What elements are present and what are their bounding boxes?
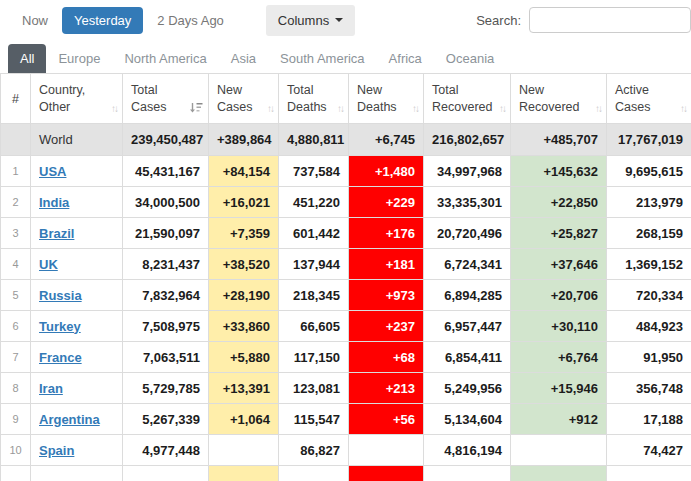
region-tab-south-america[interactable]: South America [268, 44, 377, 73]
country-link[interactable]: France [39, 350, 82, 365]
sort-icon: ↑↓ [497, 103, 505, 114]
table-row: 1USA45,431,167+84,154737,584+1,48034,997… [1, 156, 691, 187]
cell-new-recovered [511, 435, 607, 466]
cell-new-deaths: +181 [349, 249, 424, 280]
region-tab-europe[interactable]: Europe [46, 44, 112, 73]
cell-new-cases [209, 466, 279, 481]
caret-down-icon [335, 18, 343, 22]
cell-country: USA [31, 156, 123, 187]
sort-icon: ↑↓ [265, 103, 273, 114]
country-link[interactable]: Argentina [39, 412, 100, 427]
cell-total-deaths: 737,584 [279, 156, 349, 187]
cell-country: India [31, 187, 123, 218]
column-header-total-deaths[interactable]: Total Deaths↑↓ [279, 74, 349, 124]
column-header-country-other[interactable]: Country, Other↑↓ [31, 74, 123, 124]
country-link[interactable]: Iran [39, 381, 63, 396]
cell-country [31, 466, 123, 481]
cell-new-recovered: +6,764 [511, 342, 607, 373]
search-input[interactable] [529, 7, 691, 33]
column-header-rank[interactable]: # [1, 74, 31, 124]
cell-total-recovered: 216,802,657 [424, 124, 511, 156]
cell-new-deaths: +237 [349, 311, 424, 342]
column-header-total-recovered[interactable]: Total Recovered↑↓ [424, 74, 511, 124]
cell-new-recovered: +145,632 [511, 156, 607, 187]
column-header-active-cases[interactable]: Active Cases↑↓ [607, 74, 691, 124]
cell-new-deaths: +56 [349, 404, 424, 435]
cell-active-cases: 356,748 [607, 373, 691, 404]
region-tab-north-america[interactable]: North America [112, 44, 218, 73]
cell-new-recovered: +912 [511, 404, 607, 435]
country-link[interactable]: Spain [39, 443, 74, 458]
covid-stats-table: #Country, Other↑↓Total CasesNew Cases↑↓T… [0, 73, 691, 481]
time-range-tabs: NowYesterday2 Days Ago [10, 7, 236, 34]
cell-active-cases: 213,979 [607, 187, 691, 218]
region-tab-all[interactable]: All [8, 44, 46, 73]
time-tab-now[interactable]: Now [10, 7, 60, 34]
cell-new-recovered: +25,827 [511, 218, 607, 249]
cell-country: Turkey [31, 311, 123, 342]
table-row: 10Spain4,977,44886,8274,816,19474,427 [1, 435, 691, 466]
sort-icon: ↑↓ [593, 103, 601, 114]
cell-new-recovered: +15,946 [511, 373, 607, 404]
cell-new-deaths [349, 466, 424, 481]
cell-rank: 5 [1, 280, 31, 311]
cell-rank: 3 [1, 218, 31, 249]
column-header-new-recovered[interactable]: New Recovered↑↓ [511, 74, 607, 124]
country-link[interactable]: USA [39, 164, 66, 179]
cell-new-recovered: +485,707 [511, 124, 607, 156]
column-header-label: Active Cases [615, 82, 678, 116]
region-tab-asia[interactable]: Asia [219, 44, 268, 73]
cell-total-deaths: 115,547 [279, 404, 349, 435]
cell-active-cases: 17,767,019 [607, 124, 691, 156]
cell-total-cases: 7,508,975 [123, 311, 209, 342]
cell-new-cases: +33,860 [209, 311, 279, 342]
region-tabs: AllEuropeNorth AmericaAsiaSouth AmericaA… [0, 40, 691, 73]
cell-new-cases: +16,021 [209, 187, 279, 218]
cell-rank: 7 [1, 342, 31, 373]
cell-total-recovered: 33,335,301 [424, 187, 511, 218]
country-link[interactable]: Russia [39, 288, 82, 303]
region-tab-africa[interactable]: Africa [377, 44, 434, 73]
cell-active-cases [607, 466, 691, 481]
cell-new-cases: +28,190 [209, 280, 279, 311]
cell-new-deaths [349, 435, 424, 466]
region-tab-oceania[interactable]: Oceania [434, 44, 506, 73]
columns-dropdown-button[interactable]: Columns [266, 5, 355, 36]
cell-total-cases: 5,729,785 [123, 373, 209, 404]
cell-new-recovered: +37,646 [511, 249, 607, 280]
toolbar: NowYesterday2 Days Ago Columns Search: [0, 0, 691, 40]
cell-new-cases: +1,064 [209, 404, 279, 435]
sort-icon: ↑↓ [335, 103, 343, 114]
cell-rank: 1 [1, 156, 31, 187]
table-row [1, 466, 691, 481]
cell-total-recovered: 5,249,956 [424, 373, 511, 404]
cell-total-deaths: 4,880,811 [279, 124, 349, 156]
cell-active-cases: 1,369,152 [607, 249, 691, 280]
cell-active-cases: 9,695,615 [607, 156, 691, 187]
time-tab-2-days-ago[interactable]: 2 Days Ago [145, 7, 236, 34]
country-link[interactable]: India [39, 195, 69, 210]
country-link[interactable]: Turkey [39, 319, 81, 334]
time-tab-yesterday[interactable]: Yesterday [62, 7, 143, 34]
country-link[interactable]: Brazil [39, 226, 74, 241]
cell-new-recovered: +30,110 [511, 311, 607, 342]
column-header-label: New Deaths [357, 82, 410, 116]
cell-total-recovered: 4,816,194 [424, 435, 511, 466]
cell-total-recovered: 34,997,968 [424, 156, 511, 187]
column-header-new-deaths[interactable]: New Deaths↑↓ [349, 74, 424, 124]
columns-button-label: Columns [278, 13, 329, 28]
table-row: 4UK8,231,437+38,520137,944+1816,724,341+… [1, 249, 691, 280]
column-header-total-cases[interactable]: Total Cases [123, 74, 209, 124]
cell-new-recovered: +22,850 [511, 187, 607, 218]
cell-country: Russia [31, 280, 123, 311]
column-header-new-cases[interactable]: New Cases↑↓ [209, 74, 279, 124]
cell-total-recovered: 6,854,411 [424, 342, 511, 373]
cell-total-cases: 7,063,511 [123, 342, 209, 373]
country-link[interactable]: UK [39, 257, 58, 272]
cell-new-cases: +7,359 [209, 218, 279, 249]
cell-total-recovered: 6,894,285 [424, 280, 511, 311]
cell-total-cases: 45,431,167 [123, 156, 209, 187]
cell-total-recovered: 6,724,341 [424, 249, 511, 280]
cell-total-recovered: 6,957,447 [424, 311, 511, 342]
cell-country: Iran [31, 373, 123, 404]
